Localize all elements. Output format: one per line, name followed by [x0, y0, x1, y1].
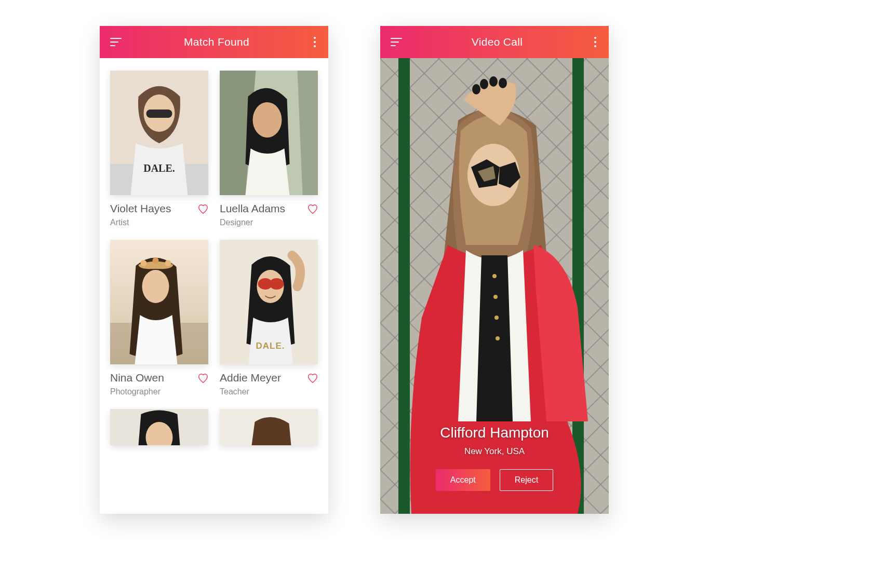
svg-point-35	[480, 79, 488, 89]
match-role: Designer	[220, 218, 307, 227]
more-icon[interactable]	[312, 35, 318, 49]
svg-point-13	[141, 260, 147, 266]
match-name: Luella Adams	[220, 202, 307, 215]
match-name: Nina Owen	[110, 372, 198, 384]
match-card[interactable]	[220, 409, 318, 445]
profile-photo: DALE.	[110, 71, 208, 195]
svg-text:DALE.: DALE.	[256, 341, 285, 351]
header: Video Call	[380, 26, 609, 58]
svg-rect-4	[146, 110, 172, 118]
caller-name: Clifford Hampton	[380, 425, 609, 441]
card-info: Violet Hayes Artist	[110, 195, 208, 227]
svg-point-8	[253, 102, 282, 138]
match-name: Violet Hayes	[110, 202, 198, 215]
svg-point-36	[489, 76, 498, 87]
video-background: Clifford Hampton New York, USA Accept Re…	[380, 58, 609, 514]
svg-point-40	[494, 316, 499, 320]
page-title: Match Found	[184, 36, 249, 48]
svg-point-34	[472, 84, 480, 94]
profile-photo	[110, 409, 208, 445]
svg-point-15	[165, 260, 171, 266]
card-info: Addie Meyer Teacher	[220, 364, 318, 396]
profile-photo: DALE.	[220, 240, 318, 364]
caller-info: Clifford Hampton New York, USA	[380, 425, 609, 457]
svg-point-12	[142, 270, 169, 303]
page-title: Video Call	[472, 36, 523, 48]
svg-point-14	[153, 257, 159, 264]
profile-photo	[110, 240, 208, 364]
reject-button[interactable]: Reject	[500, 469, 553, 491]
more-icon[interactable]	[592, 35, 598, 49]
svg-point-20	[270, 278, 284, 290]
card-info: Luella Adams Designer	[220, 195, 318, 227]
heart-icon[interactable]	[307, 374, 318, 383]
svg-point-37	[499, 78, 507, 88]
accept-button[interactable]: Accept	[436, 469, 490, 491]
phone-match-found: Match Found DALE. Violet Hayes	[100, 26, 328, 514]
svg-text:DALE.: DALE.	[143, 162, 175, 174]
phone-video-call: Video Call	[380, 26, 609, 514]
caller-location: New York, USA	[380, 446, 609, 457]
call-actions: Accept Reject	[380, 469, 609, 491]
match-card[interactable]: Luella Adams Designer	[220, 71, 318, 227]
svg-point-38	[492, 274, 497, 278]
match-name: Addie Meyer	[220, 372, 307, 384]
match-grid: DALE. Violet Hayes Artist	[100, 58, 328, 445]
match-role: Photographer	[110, 387, 198, 396]
menu-icon[interactable]	[110, 38, 122, 46]
svg-point-41	[496, 336, 500, 340]
svg-point-39	[493, 295, 498, 299]
match-role: Teacher	[220, 387, 307, 396]
match-card[interactable]	[110, 409, 208, 445]
match-role: Artist	[110, 218, 198, 227]
match-card[interactable]: DALE. Violet Hayes Artist	[110, 71, 208, 227]
match-card[interactable]: Nina Owen Photographer	[110, 240, 208, 396]
heart-icon[interactable]	[307, 204, 318, 214]
heart-icon[interactable]	[198, 374, 208, 383]
header: Match Found	[100, 26, 328, 58]
match-card[interactable]: DALE. Addie Meyer Teacher	[220, 240, 318, 396]
heart-icon[interactable]	[198, 204, 208, 214]
card-info: Nina Owen Photographer	[110, 364, 208, 396]
profile-photo	[220, 71, 318, 195]
profile-photo	[220, 409, 318, 445]
menu-icon[interactable]	[391, 38, 402, 46]
